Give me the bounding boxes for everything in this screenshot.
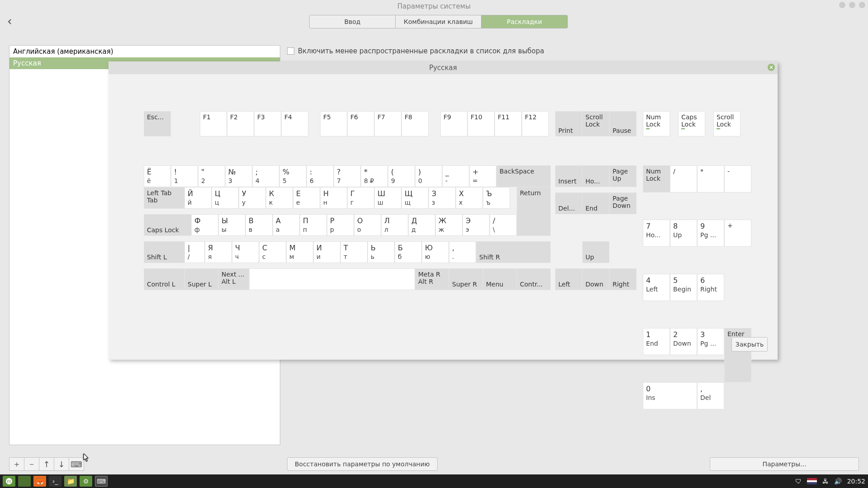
shield-icon[interactable]: 🛡 [795,478,802,485]
key [249,268,415,290]
key: Caps Lock [144,214,191,236]
tab-group: Ввод Комбинации клавиш Раскладки [309,15,568,28]
key: /\ [490,214,517,236]
key: 8Up [670,220,697,247]
key: Meta RAlt R [415,268,449,290]
checkbox-label: Включить менее распространенные раскладк… [298,47,544,55]
key: Return [517,187,551,236]
key: _- [442,165,469,187]
key: Кк [266,187,293,209]
show-keyboard-button[interactable]: ⌨ [69,457,84,471]
key: 0Ins [643,382,697,409]
clock[interactable]: 20:52 [847,478,865,485]
key: Page Down [609,192,637,214]
key: Бб [395,241,422,263]
keyboard-layout-indicator[interactable] [807,478,817,484]
key: 1End [643,328,670,355]
back-button[interactable] [5,17,14,26]
key: 9Pg ... [697,220,724,247]
volume-icon[interactable]: 🔊 [834,478,842,485]
close-button[interactable] [859,2,865,8]
key: (9 [388,165,415,187]
key: Ёё [144,165,171,187]
key: F2 [227,111,254,136]
key: Del... [555,192,582,214]
key: Жж [435,214,462,236]
key: Йй [184,187,212,209]
key: Лл [381,214,408,236]
key: BackSpace [496,165,551,187]
show-desktop-icon[interactable] [18,476,31,487]
maximize-button[interactable] [849,2,855,8]
dialog-close-button[interactable] [768,64,775,71]
key: 2Down [670,328,697,355]
key: Рр [327,214,354,236]
remove-layout-button[interactable]: － [24,457,39,471]
close-dialog-button[interactable]: Закрыть [731,337,768,352]
restore-defaults-button[interactable]: Восстановить параметры по умолчанию [287,457,438,471]
key: F7 [374,111,401,136]
window-title: Параметры системы [397,2,471,10]
key: F3 [254,111,281,136]
key: Яя [205,241,232,263]
toolbar: Ввод Комбинации клавиш Раскладки [0,13,868,31]
key: Ее [293,187,320,209]
key: %5 [279,165,307,187]
key: :6 [307,165,334,187]
key: Цц [212,187,239,209]
firefox-icon[interactable]: 🦊 [33,476,46,487]
checkbox-icon[interactable] [287,47,294,55]
keyboard-preview-dialog: Русская Esc...F1F2F3F4F5F6F7F8F9F10F11F1… [108,61,778,360]
key: №3 [225,165,252,187]
include-rare-checkbox[interactable]: Включить менее распространенные раскладк… [287,47,544,55]
dialog-title: Русская [429,64,457,72]
key: * [697,165,724,192]
start-menu-icon[interactable]: m [3,476,15,487]
key: Control L [144,268,184,290]
key: Num Lock [643,165,670,192]
taskbar-app-settings[interactable]: ⚙ [80,476,92,487]
tab-input[interactable]: Ввод [310,15,396,28]
key: Next ...Alt L [218,268,249,290]
key: Super R [449,268,483,290]
key: Insert [555,165,582,187]
tab-shortcuts[interactable]: Комбинации клавиш [396,15,481,28]
move-up-button[interactable]: ↑ [39,457,54,471]
key: NumLock [643,111,670,136]
key: Ээ [462,214,490,236]
key: 7Ho... [643,220,670,247]
key: Esc... [144,111,171,136]
key: Ии [313,241,340,263]
key: Shift R [476,241,551,263]
key: F6 [347,111,374,136]
key: ;4 [252,165,279,187]
network-icon[interactable]: 🖧 [822,478,829,485]
key: Гг [347,187,374,209]
key: / [670,165,697,192]
key: F8 [401,111,429,136]
key: Page Up [609,165,637,187]
terminal-icon[interactable]: ›_ [49,476,61,487]
key: )0 [415,165,442,187]
move-down-button[interactable]: ↓ [54,457,69,471]
taskbar: m 🦊 ›_ 📁 ⚙ ⌨ 🛡 🖧 🔊 20:52 [0,474,868,488]
key: *8 ₽ [361,165,388,187]
key: Фф [191,214,218,236]
taskbar-app-preview[interactable]: ⌨ [95,476,108,487]
key: Дд [408,214,435,236]
key: "2 [198,165,225,187]
key: ?7 [334,165,361,187]
key: 4Left [643,274,670,301]
layout-item-english[interactable]: Английская (американская) [9,46,280,57]
add-layout-button[interactable]: ＋ [9,457,24,471]
key: Щщ [401,187,429,209]
key: Аа [273,214,300,236]
key: Сс [259,241,286,263]
taskbar-right: 🛡 🖧 🔊 20:52 [795,478,865,485]
options-button[interactable]: Параметры... [710,457,859,471]
tab-layouts[interactable]: Раскладки [481,15,567,28]
key: F12 [522,111,549,136]
files-icon[interactable]: 📁 [64,476,77,487]
titlebar: Параметры системы [0,0,868,13]
minimize-button[interactable] [839,2,845,8]
